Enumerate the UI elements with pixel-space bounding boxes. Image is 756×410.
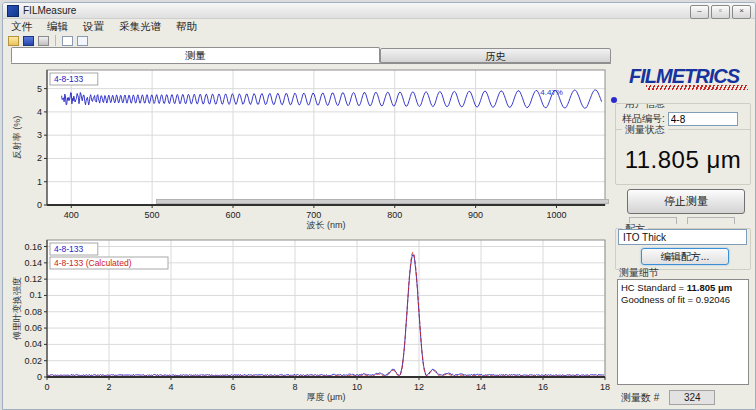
svg-text:400: 400 (64, 210, 79, 220)
svg-text:厚度 (μm): 厚度 (μm) (306, 392, 345, 402)
detail-line-1: HC Standard = 11.805 μm (621, 282, 745, 294)
export-icon[interactable] (62, 36, 73, 46)
print-icon[interactable] (38, 36, 49, 46)
thickness-result-value: 11.805 μm (616, 146, 750, 174)
svg-text:10: 10 (352, 382, 362, 392)
user-info-label: 用户信息 (622, 103, 668, 109)
svg-text:波长 (nm): 波长 (nm) (307, 220, 346, 230)
tabstrip: 测量 历史 (11, 47, 611, 64)
window-controls: – ▫ × (690, 5, 751, 19)
stop-measure-button[interactable]: 停止测量 (627, 189, 745, 214)
menubar: 文件 编辑 设置 采集光谱 帮助 (3, 20, 756, 33)
toolbar (3, 34, 756, 47)
svg-text:3: 3 (37, 130, 42, 140)
reflectance-spectrum-chart: 4005006007008009001000012345波长 (nm)反射率 (… (11, 65, 611, 231)
menu-file[interactable]: 文件 (11, 20, 32, 34)
tab-history[interactable]: 历史 (380, 48, 611, 63)
detail-line-2: Goodness of fit = 0.92046 (621, 294, 745, 306)
close-button[interactable]: × (732, 5, 751, 19)
svg-text:0.06: 0.06 (24, 323, 42, 333)
svg-text:1: 1 (37, 177, 42, 187)
svg-text:4-8-133: 4-8-133 (54, 74, 84, 84)
measurement-count-value: 324 (669, 390, 715, 405)
details-label: 测量细节 (619, 266, 659, 280)
svg-text:800: 800 (387, 210, 402, 220)
svg-text:0.16: 0.16 (24, 242, 42, 252)
svg-text:0.08: 0.08 (24, 307, 42, 317)
maximize-button[interactable]: ▫ (711, 5, 730, 19)
open-icon[interactable] (8, 36, 19, 46)
measurement-details-box: HC Standard = 11.805 μm Goodness of fit … (617, 279, 749, 385)
tabstrip-baseline (11, 63, 611, 64)
menu-acquire[interactable]: 采集光谱 (119, 20, 161, 34)
svg-text:0.02: 0.02 (24, 356, 42, 366)
svg-text:4-8-133 (Calculated): 4-8-133 (Calculated) (54, 258, 132, 268)
svg-text:1000: 1000 (546, 210, 566, 220)
measurement-count-row: 测量数 # 324 (621, 390, 747, 405)
svg-text:2: 2 (37, 153, 42, 163)
svg-text:4: 4 (168, 382, 173, 392)
edit-recipe-button[interactable]: 编辑配方... (641, 248, 729, 265)
svg-text:12: 12 (414, 382, 424, 392)
svg-text:14: 14 (476, 382, 486, 392)
menu-setup[interactable]: 设置 (83, 20, 104, 34)
app-icon (7, 5, 19, 17)
svg-text:900: 900 (468, 210, 483, 220)
svg-text:5: 5 (37, 84, 42, 94)
titlebar: FILMeasure – ▫ × (3, 3, 755, 19)
svg-text:18: 18 (600, 382, 610, 392)
sample-id-input[interactable] (668, 112, 738, 126)
svg-text:0.1: 0.1 (29, 290, 42, 300)
svg-text:16: 16 (538, 382, 548, 392)
svg-text:4: 4 (37, 107, 42, 117)
svg-text:0.04: 0.04 (24, 339, 42, 349)
svg-text:600: 600 (225, 210, 240, 220)
window-title: FILMeasure (23, 5, 76, 16)
tab-measure[interactable]: 测量 (11, 47, 380, 63)
svg-text:2: 2 (106, 382, 111, 392)
svg-text:0: 0 (44, 382, 49, 392)
menu-edit[interactable]: 编辑 (47, 20, 68, 34)
app-window: FILMeasure – ▫ × 文件 编辑 设置 采集光谱 帮助 测量 (2, 2, 756, 410)
copy-icon[interactable] (77, 36, 88, 46)
menu-help[interactable]: 帮助 (176, 20, 197, 34)
measurement-status-label: 测量状态 (622, 124, 668, 135)
svg-text:6: 6 (230, 382, 235, 392)
clipped-box-right (687, 217, 735, 224)
svg-text:0.12: 0.12 (24, 274, 42, 284)
svg-text:8: 8 (292, 382, 297, 392)
save-icon[interactable] (23, 36, 34, 46)
measurement-count-label: 测量数 # (621, 391, 659, 405)
svg-text:700: 700 (306, 210, 321, 220)
toolbar-separator (55, 35, 56, 46)
measurement-status-group: 测量状态 11.805 μm (615, 129, 751, 185)
svg-text:反射率 (%): 反射率 (%) (12, 116, 22, 160)
filmetrics-logo: FILMETRICS (617, 65, 751, 90)
svg-text:4.47%: 4.47% (540, 88, 563, 97)
recipe-select[interactable]: ITO Thick (618, 229, 747, 245)
fft-thickness-chart: 02468101214161800.020.040.060.080.10.120… (11, 235, 611, 403)
svg-text:傅里叶变换强度: 傅里叶变换强度 (12, 277, 22, 341)
logo-text: FILMETRICS (617, 65, 751, 88)
screen: FILMeasure – ▫ × 文件 编辑 设置 采集光谱 帮助 测量 (0, 0, 756, 410)
svg-text:4-8-133: 4-8-133 (54, 244, 84, 254)
right-panel: FILMETRICS 用户信息 样品编号: 测量状态 11.805 μm 停止测… (615, 63, 751, 407)
svg-text:0.14: 0.14 (24, 258, 42, 268)
svg-text:0: 0 (37, 200, 42, 210)
svg-text:500: 500 (145, 210, 160, 220)
minimize-button[interactable]: – (690, 5, 709, 19)
svg-text:0: 0 (37, 372, 42, 382)
spectrum-hscrollbar[interactable] (156, 199, 609, 204)
